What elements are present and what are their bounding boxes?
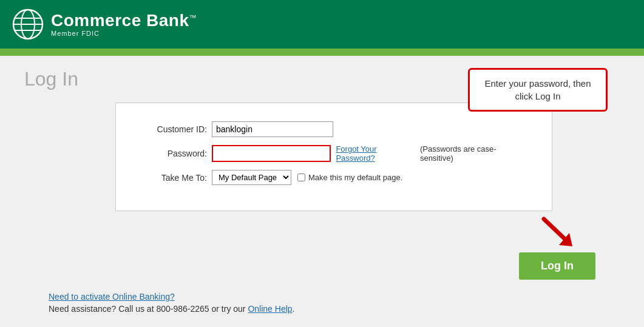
assistance-text: Need assistance? Call us at 800-986-2265…	[49, 304, 595, 314]
header: Commerce Bank™ Member FDIC	[0, 0, 644, 49]
customer-id-label: Customer ID:	[140, 124, 207, 134]
tooltip-text: Enter your password, then click Log In	[484, 78, 591, 101]
bank-name: Commerce Bank™	[51, 12, 197, 30]
take-me-to-row: Take Me To: My Default Page Make this my…	[140, 170, 527, 185]
password-row: Password: Forgot Your Password? (Passwor…	[140, 144, 527, 163]
login-btn-container: Log In	[519, 216, 595, 280]
password-input[interactable]	[212, 145, 331, 162]
main-content: Log In Enter your password, then click L…	[0, 56, 644, 327]
tooltip-bubble: Enter your password, then click Log In	[468, 68, 608, 112]
customer-id-input[interactable]	[212, 121, 333, 137]
logo-area: Commerce Bank™ Member FDIC	[12, 8, 197, 40]
take-me-to-label: Take Me To:	[140, 173, 207, 183]
customer-id-row: Customer ID:	[140, 121, 527, 137]
take-me-to-select[interactable]: My Default Page	[212, 170, 291, 185]
red-arrow-icon	[538, 216, 577, 249]
default-page-label: Make this my default page.	[308, 173, 402, 182]
log-in-button[interactable]: Log In	[519, 252, 595, 280]
login-box: Customer ID: Password: Forgot Your Passw…	[115, 103, 552, 211]
footer-links: Need to activate Online Banking? Need as…	[24, 280, 620, 314]
button-area: Log In	[24, 216, 620, 280]
header-text-block: Commerce Bank™ Member FDIC	[51, 12, 197, 38]
green-accent-bar	[0, 49, 644, 56]
forgot-password-link[interactable]: Forgot Your Password?	[336, 144, 416, 163]
member-fdic: Member FDIC	[51, 30, 197, 37]
default-page-checkbox[interactable]	[297, 174, 305, 181]
case-sensitive-note: (Passwords are case-sensitive)	[420, 144, 527, 163]
activate-online-banking-link[interactable]: Need to activate Online Banking?	[49, 292, 595, 302]
password-label: Password:	[140, 149, 207, 158]
online-help-link[interactable]: Online Help	[248, 304, 292, 314]
globe-icon	[12, 8, 44, 40]
